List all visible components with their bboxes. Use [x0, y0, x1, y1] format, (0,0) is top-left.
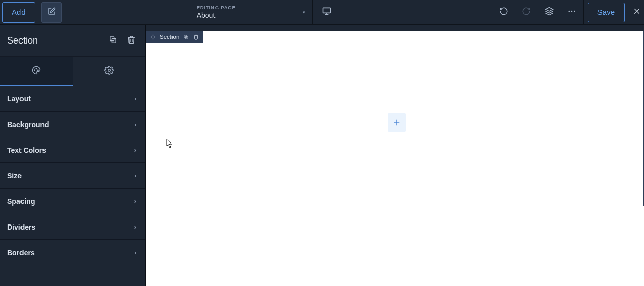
svg-point-4 — [568, 10, 570, 12]
svg-point-12 — [36, 68, 37, 69]
options-list: Layout › Background › Text Colors › Size… — [0, 86, 145, 265]
option-borders[interactable]: Borders › — [0, 240, 145, 265]
tab-design[interactable] — [0, 57, 73, 86]
chevron-right-icon: › — [134, 172, 136, 179]
svg-point-13 — [38, 69, 39, 70]
save-button[interactable]: Save — [588, 3, 625, 22]
cursor-icon — [166, 139, 174, 150]
section-container[interactable]: Section — [146, 31, 644, 206]
canvas[interactable]: Section — [146, 25, 644, 286]
option-text-colors[interactable]: Text Colors › — [0, 137, 145, 163]
option-label: Layout — [7, 95, 31, 103]
svg-point-5 — [571, 10, 572, 12]
chevron-right-icon: › — [134, 249, 136, 256]
palette-icon — [32, 66, 41, 77]
more-horizontal-icon — [567, 7, 576, 18]
panel-tabs — [0, 56, 145, 86]
option-label: Size — [7, 172, 22, 180]
gear-icon — [104, 66, 114, 77]
svg-point-6 — [574, 10, 575, 12]
panel-header: Section — [0, 25, 145, 56]
option-dividers[interactable]: Dividers › — [0, 214, 145, 240]
edit-mode-button[interactable] — [41, 2, 62, 23]
duplicate-section-button[interactable] — [105, 33, 120, 48]
badge-duplicate-button[interactable] — [183, 34, 189, 40]
svg-marker-3 — [545, 7, 553, 11]
section-badge: Section — [146, 31, 203, 43]
panel-title: Section — [7, 35, 38, 46]
top-bar: Add EDITING PAGE About ▾ — [0, 0, 644, 25]
undo-icon — [499, 7, 508, 18]
add-button[interactable]: Add — [2, 2, 35, 23]
layers-group — [538, 0, 583, 25]
history-group — [492, 0, 538, 25]
option-size[interactable]: Size › — [0, 163, 145, 189]
undo-button[interactable] — [492, 0, 515, 25]
move-icon[interactable] — [150, 34, 156, 40]
chevron-right-icon: › — [134, 120, 136, 128]
chevron-right-icon: › — [134, 197, 136, 205]
add-block-button[interactable] — [388, 113, 406, 132]
caret-down-icon: ▾ — [303, 10, 305, 15]
option-label: Background — [7, 120, 49, 129]
option-label: Spacing — [7, 197, 35, 206]
chevron-right-icon: › — [134, 223, 136, 231]
option-layout[interactable]: Layout › — [0, 86, 145, 112]
option-spacing[interactable]: Spacing › — [0, 189, 145, 214]
copy-icon — [109, 35, 117, 46]
redo-icon — [522, 7, 531, 18]
chevron-right-icon: › — [134, 146, 136, 154]
layers-button[interactable] — [538, 0, 561, 25]
option-label: Dividers — [7, 223, 35, 231]
edit-icon — [47, 7, 56, 18]
layers-icon — [545, 7, 554, 18]
current-page-name: About — [197, 11, 302, 19]
save-group: Save — [583, 0, 629, 25]
option-label: Text Colors — [7, 146, 46, 154]
desktop-icon — [321, 6, 332, 18]
trash-icon — [127, 35, 136, 46]
device-preview-button[interactable] — [313, 0, 341, 25]
close-icon — [633, 7, 641, 17]
option-label: Borders — [7, 249, 35, 257]
tab-settings[interactable] — [73, 57, 145, 86]
main-area: Section — [0, 25, 644, 286]
section-badge-label: Section — [160, 34, 179, 40]
sidebar-panel: Section — [0, 25, 146, 286]
plus-icon — [392, 118, 401, 127]
svg-point-14 — [108, 69, 111, 72]
close-button[interactable] — [629, 0, 644, 25]
option-background[interactable]: Background › — [0, 112, 145, 137]
panel-header-actions — [105, 33, 138, 48]
editing-page-label: EDITING PAGE — [197, 5, 302, 10]
topbar-left-group: Add — [0, 2, 62, 23]
svg-rect-0 — [323, 8, 331, 13]
svg-point-11 — [34, 69, 35, 70]
page-selector[interactable]: EDITING PAGE About ▾ — [189, 0, 313, 25]
more-options-button[interactable] — [561, 0, 583, 25]
redo-button[interactable] — [515, 0, 538, 25]
chevron-right-icon: › — [134, 95, 136, 103]
delete-section-button[interactable] — [124, 33, 138, 48]
badge-delete-button[interactable] — [193, 34, 199, 40]
